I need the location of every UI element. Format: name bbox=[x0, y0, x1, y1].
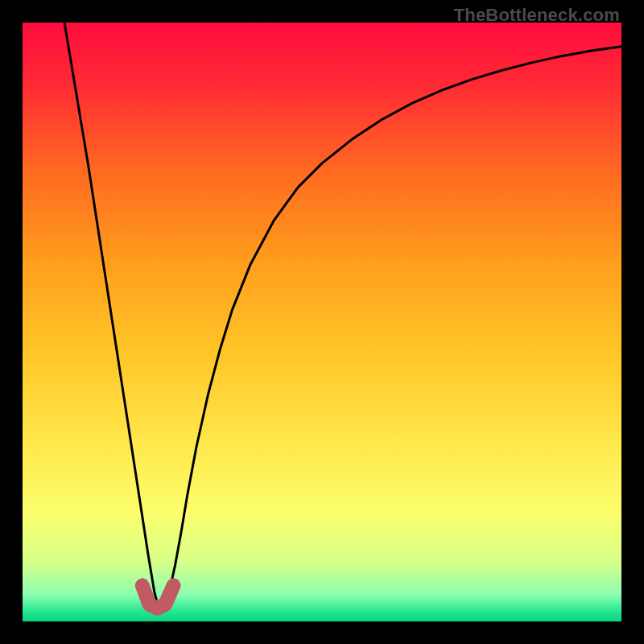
curve-svg bbox=[23, 23, 621, 621]
outer-frame: TheBottleneck.com bbox=[0, 0, 644, 644]
u-marker-icon bbox=[142, 585, 174, 608]
bottleneck-curve bbox=[64, 23, 621, 604]
watermark-text: TheBottleneck.com bbox=[454, 5, 620, 26]
plot-area bbox=[23, 23, 621, 621]
